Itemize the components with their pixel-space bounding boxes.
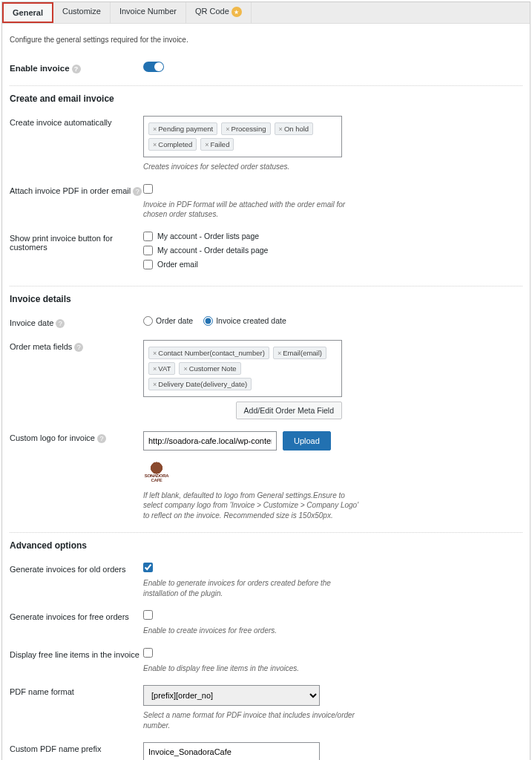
print-lists-checkbox[interactable]	[143, 232, 153, 241]
pdf-prefix-label: Custom PDF name prefix	[10, 742, 143, 753]
help-icon[interactable]: ?	[72, 65, 81, 73]
attach-pdf-checkbox[interactable]	[143, 184, 153, 194]
gen-old-label: Generate invoices for old orders	[10, 563, 143, 574]
tag-item[interactable]: ×Completed	[148, 138, 197, 151]
tag-item[interactable]: ×Delivery Date(delivery_date)	[148, 378, 252, 390]
enable-invoice-label: Enable invoice?	[10, 62, 143, 73]
tag-item[interactable]: ×Processing	[221, 122, 270, 135]
create-auto-tags[interactable]: ×Pending payment ×Processing ×On hold ×C…	[143, 116, 342, 157]
attach-pdf-label: Attach invoice PDF in order email?	[10, 184, 143, 196]
tag-item[interactable]: ×On hold	[275, 122, 314, 135]
disp-free-label: Display free line items in the invoice	[10, 648, 143, 659]
gen-old-checkbox[interactable]	[143, 563, 153, 572]
gen-free-desc: Enable to create invoices for free order…	[143, 626, 366, 636]
print-details-checkbox[interactable]	[143, 246, 153, 255]
tag-item[interactable]: ×VAT	[148, 362, 175, 375]
date-order-label: Order date	[156, 316, 193, 325]
help-icon[interactable]: ?	[97, 434, 106, 443]
disp-free-checkbox[interactable]	[143, 648, 153, 658]
upload-button[interactable]: Upload	[283, 431, 331, 451]
logo-preview-image: SONADORA CAFE	[143, 459, 170, 486]
create-auto-label: Create invoice automatically	[10, 116, 143, 127]
order-meta-tags[interactable]: ×Contact Number(contact_number) ×Email(e…	[143, 340, 342, 397]
tab-general[interactable]: General	[2, 2, 53, 23]
pdf-prefix-input[interactable]	[143, 742, 320, 760]
section-create-title: Create and email invoice	[10, 94, 522, 104]
help-icon[interactable]: ?	[56, 319, 65, 328]
enable-invoice-toggle[interactable]	[143, 62, 164, 72]
print-email-label: Order email	[157, 260, 198, 269]
gen-free-label: Generate invoices for free orders	[10, 610, 143, 621]
disp-free-desc: Enable to display free line items in the…	[143, 664, 366, 674]
invoice-date-label: Invoice date?	[10, 316, 143, 328]
tag-item[interactable]: ×Email(email)	[273, 347, 326, 359]
help-icon[interactable]: ?	[133, 187, 142, 196]
create-auto-desc: Creates invoices for selected order stat…	[143, 162, 366, 172]
tab-customize[interactable]: Customize	[53, 2, 111, 23]
premium-icon: ★	[231, 7, 242, 17]
custom-logo-input[interactable]	[143, 431, 277, 451]
help-icon[interactable]: ?	[74, 343, 83, 352]
custom-logo-label: Custom logo for invoice?	[10, 431, 143, 443]
date-created-radio[interactable]	[203, 316, 213, 326]
order-meta-label: Order meta fields?	[10, 340, 143, 352]
pdf-name-label: PDF name format	[10, 685, 143, 696]
print-btn-label: Show print invoice button for customers	[10, 232, 143, 252]
custom-logo-desc: If left blank, defaulted to logo from Ge…	[143, 491, 366, 521]
date-created-label: Invoice created date	[216, 316, 286, 325]
tag-item[interactable]: ×Failed	[200, 138, 234, 151]
print-lists-label: My account - Order lists page	[157, 232, 259, 240]
print-details-label: My account - Order details page	[157, 246, 268, 255]
tag-item[interactable]: ×Contact Number(contact_number)	[148, 347, 269, 359]
intro-text: Configure the general settings required …	[10, 36, 522, 44]
pdf-name-desc: Select a name format for PDF invoice tha…	[143, 710, 366, 730]
pdf-name-select[interactable]: [prefix][order_no]	[143, 685, 320, 706]
section-advanced-title: Advanced options	[10, 540, 522, 551]
date-order-radio[interactable]	[143, 316, 153, 326]
tab-qr-code[interactable]: QR Code★	[186, 2, 252, 23]
print-email-checkbox[interactable]	[143, 260, 153, 269]
section-details-title: Invoice details	[10, 294, 522, 304]
gen-old-desc: Enable to generate invoices for orders c…	[143, 578, 366, 598]
add-edit-meta-button[interactable]: Add/Edit Order Meta Field	[236, 402, 342, 419]
attach-pdf-desc: Invoice in PDF format will be attached w…	[143, 200, 366, 220]
tag-item[interactable]: ×Pending payment	[148, 122, 217, 135]
gen-free-checkbox[interactable]	[143, 610, 153, 620]
tag-item[interactable]: ×Customer Note	[179, 362, 240, 375]
tabs-bar: General Customize Invoice Number QR Code…	[2, 2, 530, 24]
tab-invoice-number[interactable]: Invoice Number	[111, 2, 186, 23]
